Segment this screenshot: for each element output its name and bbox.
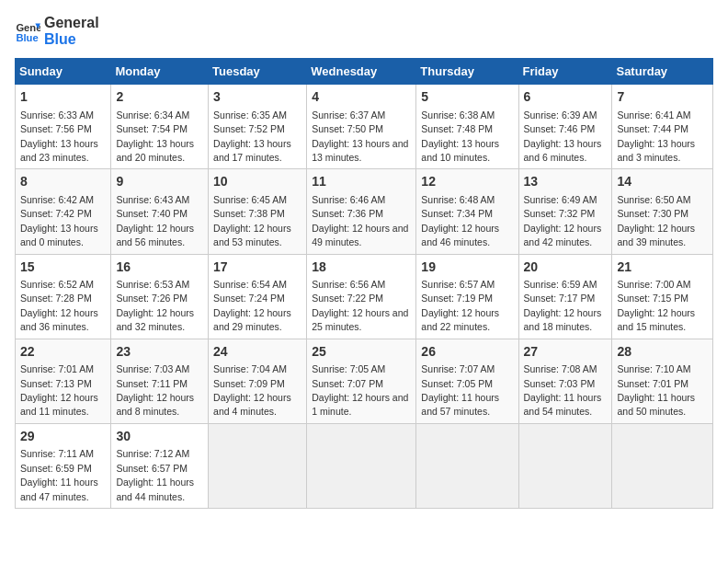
daylight: Daylight: 12 hours and 11 minutes. (20, 392, 98, 417)
daylight: Daylight: 12 hours and 1 minute. (312, 392, 408, 417)
sunset: Sunset: 7:05 PM (421, 378, 493, 389)
sunrise: Sunrise: 6:34 AM (116, 109, 189, 121)
daylight: Daylight: 12 hours and 18 minutes. (524, 307, 602, 332)
calendar-week-5: 29 Sunrise: 7:11 AM Sunset: 6:59 PM Dayl… (16, 423, 713, 508)
daylight: Daylight: 13 hours and 10 minutes. (421, 138, 499, 163)
day-number: 3 (213, 88, 301, 107)
sunrise: Sunrise: 6:43 AM (116, 194, 189, 205)
day-number: 9 (116, 173, 203, 191)
calendar-cell: 30 Sunrise: 7:12 AM Sunset: 6:57 PM Dayl… (111, 423, 209, 508)
sunset: Sunset: 6:57 PM (116, 463, 188, 474)
calendar-cell: 20 Sunrise: 6:59 AM Sunset: 7:17 PM Dayl… (518, 254, 612, 339)
daylight: Daylight: 12 hours and 22 minutes. (421, 307, 499, 332)
page-header: General Blue General Blue (15, 15, 713, 47)
day-number: 10 (213, 173, 301, 191)
svg-text:Blue: Blue (16, 31, 38, 42)
daylight: Daylight: 12 hours and 4 minutes. (213, 392, 291, 417)
calendar-header-row: SundayMondayTuesdayWednesdayThursdayFrid… (16, 59, 713, 85)
calendar-cell: 25 Sunrise: 7:05 AM Sunset: 7:07 PM Dayl… (307, 339, 416, 423)
day-header-wednesday: Wednesday (307, 59, 416, 85)
day-header-monday: Monday (111, 59, 209, 85)
sunset: Sunset: 7:26 PM (116, 293, 188, 304)
sunset: Sunset: 7:40 PM (116, 208, 188, 219)
sunset: Sunset: 6:59 PM (20, 463, 92, 474)
sunset: Sunset: 7:30 PM (617, 208, 688, 219)
calendar-cell: 22 Sunrise: 7:01 AM Sunset: 7:13 PM Dayl… (16, 339, 111, 423)
sunset: Sunset: 7:07 PM (312, 378, 383, 389)
daylight: Daylight: 12 hours and 29 minutes. (213, 307, 291, 332)
day-header-sunday: Sunday (16, 59, 111, 85)
sunset: Sunset: 7:15 PM (617, 293, 688, 304)
daylight: Daylight: 12 hours and 42 minutes. (524, 223, 602, 247)
logo-text-blue: Blue (44, 31, 99, 48)
calendar-cell: 18 Sunrise: 6:56 AM Sunset: 7:22 PM Dayl… (307, 254, 416, 339)
sunrise: Sunrise: 6:49 AM (524, 194, 597, 205)
calendar-cell: 16 Sunrise: 6:53 AM Sunset: 7:26 PM Dayl… (111, 254, 209, 339)
sunrise: Sunrise: 6:59 AM (524, 279, 597, 290)
calendar-cell: 17 Sunrise: 6:54 AM Sunset: 7:24 PM Dayl… (209, 254, 307, 339)
sunset: Sunset: 7:09 PM (213, 378, 285, 389)
daylight: Daylight: 11 hours and 57 minutes. (421, 392, 499, 417)
daylight: Daylight: 13 hours and 20 minutes. (116, 138, 194, 163)
sunrise: Sunrise: 7:11 AM (20, 448, 94, 459)
sunrise: Sunrise: 6:42 AM (20, 194, 94, 205)
day-number: 26 (421, 343, 513, 362)
sunset: Sunset: 7:38 PM (213, 208, 285, 219)
sunrise: Sunrise: 6:53 AM (116, 279, 189, 290)
daylight: Daylight: 11 hours and 54 minutes. (524, 392, 602, 417)
sunset: Sunset: 7:11 PM (116, 378, 188, 389)
day-header-tuesday: Tuesday (209, 59, 307, 85)
calendar-week-1: 1 Sunrise: 6:33 AM Sunset: 7:56 PM Dayli… (16, 85, 713, 169)
day-number: 29 (20, 428, 106, 446)
calendar-cell: 15 Sunrise: 6:52 AM Sunset: 7:28 PM Dayl… (16, 254, 111, 339)
sunset: Sunset: 7:52 PM (213, 123, 285, 134)
daylight: Daylight: 13 hours and 13 minutes. (312, 138, 408, 163)
day-number: 28 (617, 343, 708, 362)
day-number: 27 (524, 343, 608, 362)
sunrise: Sunrise: 7:03 AM (116, 363, 189, 374)
sunset: Sunset: 7:56 PM (20, 123, 92, 134)
daylight: Daylight: 12 hours and 36 minutes. (20, 307, 98, 332)
day-number: 1 (20, 88, 106, 107)
calendar-cell (209, 423, 307, 508)
calendar-cell: 24 Sunrise: 7:04 AM Sunset: 7:09 PM Dayl… (209, 339, 307, 423)
calendar-cell: 13 Sunrise: 6:49 AM Sunset: 7:32 PM Dayl… (518, 169, 612, 254)
day-number: 24 (213, 343, 301, 362)
daylight: Daylight: 12 hours and 25 minutes. (312, 307, 408, 332)
calendar-cell: 12 Sunrise: 6:48 AM Sunset: 7:34 PM Dayl… (416, 169, 518, 254)
day-number: 15 (20, 259, 106, 277)
sunset: Sunset: 7:24 PM (213, 293, 285, 304)
calendar-cell: 3 Sunrise: 6:35 AM Sunset: 7:52 PM Dayli… (209, 85, 307, 169)
day-number: 8 (20, 173, 106, 191)
sunset: Sunset: 7:36 PM (312, 208, 383, 219)
daylight: Daylight: 12 hours and 56 minutes. (116, 223, 194, 247)
day-header-friday: Friday (518, 59, 612, 85)
day-number: 14 (617, 173, 708, 191)
day-number: 30 (116, 428, 203, 446)
day-header-saturday: Saturday (612, 59, 713, 85)
day-number: 21 (617, 259, 708, 277)
calendar-cell: 26 Sunrise: 7:07 AM Sunset: 7:05 PM Dayl… (416, 339, 518, 423)
sunset: Sunset: 7:48 PM (421, 123, 493, 134)
calendar-cell (416, 423, 518, 508)
sunrise: Sunrise: 6:50 AM (617, 194, 690, 205)
sunset: Sunset: 7:32 PM (524, 208, 596, 219)
sunrise: Sunrise: 6:39 AM (524, 109, 597, 121)
day-header-thursday: Thursday (416, 59, 518, 85)
sunset: Sunset: 7:19 PM (421, 293, 493, 304)
sunrise: Sunrise: 7:04 AM (213, 363, 287, 374)
calendar-cell: 8 Sunrise: 6:42 AM Sunset: 7:42 PM Dayli… (16, 169, 111, 254)
sunset: Sunset: 7:03 PM (524, 378, 596, 389)
sunrise: Sunrise: 6:57 AM (421, 279, 495, 290)
sunset: Sunset: 7:22 PM (312, 293, 383, 304)
sunset: Sunset: 7:13 PM (20, 378, 92, 389)
sunrise: Sunrise: 6:38 AM (421, 109, 495, 121)
calendar-cell: 14 Sunrise: 6:50 AM Sunset: 7:30 PM Dayl… (612, 169, 713, 254)
daylight: Daylight: 11 hours and 47 minutes. (20, 477, 98, 501)
calendar-cell: 5 Sunrise: 6:38 AM Sunset: 7:48 PM Dayli… (416, 85, 518, 169)
day-number: 18 (312, 259, 411, 277)
daylight: Daylight: 12 hours and 32 minutes. (116, 307, 194, 332)
daylight: Daylight: 11 hours and 50 minutes. (617, 392, 695, 417)
sunrise: Sunrise: 6:54 AM (213, 279, 287, 290)
calendar-cell: 7 Sunrise: 6:41 AM Sunset: 7:44 PM Dayli… (612, 85, 713, 169)
